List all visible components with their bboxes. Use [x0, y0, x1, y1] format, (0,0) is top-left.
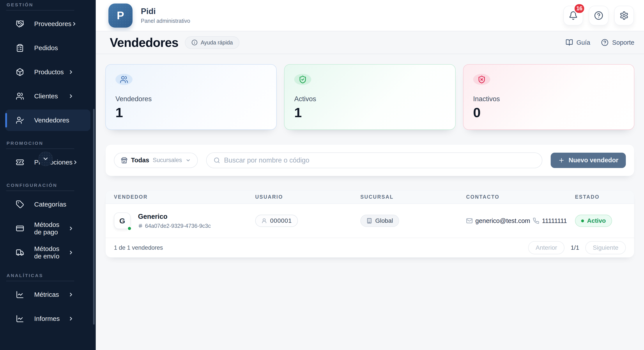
sidebar-item-label: Vendedores [34, 116, 69, 124]
chevron-right-icon [68, 69, 74, 75]
vendor-id-value: 64a07de2-9329-4736-9c3c [145, 223, 211, 229]
sidebar-collapse-button[interactable] [38, 152, 53, 166]
column-header-contacto: CONTACTO [458, 194, 567, 200]
sidebar-divider [6, 148, 74, 149]
sidebar-scrollbar[interactable] [93, 109, 95, 324]
chevron-right-icon [68, 250, 74, 256]
pagination: Anterior 1/1 Siguiente [528, 241, 626, 254]
sidebar-item-label: Pedidos [34, 44, 58, 52]
chevron-right-icon [72, 160, 78, 165]
column-header-vendedor: VENDEDOR [106, 194, 247, 200]
new-seller-button[interactable]: Nuevo vendedor [551, 153, 626, 168]
filter-bar: Todas Sucursales Nuevo vendedor [105, 144, 634, 176]
stat-card-activos: Activos 1 [284, 64, 456, 130]
sidebar-item-label: Proveedores [34, 20, 72, 28]
topbar: P Pidi Panel administrativo 16 [96, 0, 644, 31]
results-summary: 1 de 1 vendedores [114, 244, 163, 251]
sidebar-item-categorias[interactable]: Categorías [5, 194, 90, 215]
mail-icon [466, 218, 473, 224]
sidebar-section-promociones: PROMOCION [6, 140, 96, 146]
sidebar-item-informes[interactable]: Informes [5, 308, 90, 330]
sidebar-item-label: Productos [34, 68, 64, 76]
handshake-icon [16, 20, 24, 28]
new-seller-label: Nuevo vendedor [569, 156, 618, 164]
app-name: Pidi [141, 7, 190, 16]
sidebar-item-metodos-pago[interactable]: Métodos de pago [5, 218, 90, 239]
sidebar-divider [6, 190, 74, 191]
sidebar-item-label: Clientes [34, 92, 58, 100]
guide-link[interactable]: Guía [566, 39, 590, 46]
branch-pill: Global [360, 215, 399, 227]
ticket-icon [16, 158, 24, 166]
quick-help-chip[interactable]: Ayuda rápida [185, 36, 240, 49]
sidebar-item-metodos-envio[interactable]: Métodos de envío [5, 242, 90, 263]
app-logo: P [108, 4, 132, 28]
column-header-estado: ESTADO [567, 194, 634, 200]
online-status-dot [127, 226, 132, 231]
phone-icon [533, 218, 539, 224]
sidebar-section-analiticas: ANALÍTICAS [6, 273, 96, 278]
chevron-right-icon [68, 226, 74, 231]
table-row[interactable]: G Generico 64a07de2-9329-4736-9c3c 00000… [106, 204, 634, 238]
vendor-info: Generico 64a07de2-9329-4736-9c3c [138, 213, 211, 229]
vendor-cell: G Generico 64a07de2-9329-4736-9c3c [106, 212, 247, 229]
shield-check-icon [294, 74, 311, 85]
notification-badge: 16 [574, 3, 585, 14]
clipboard-icon [16, 44, 24, 52]
table-footer: 1 de 1 vendedores Anterior 1/1 Siguiente [106, 238, 634, 257]
truck-icon [16, 248, 24, 257]
sellers-table: VENDEDOR USUARIO SUCURSAL CONTACTO ESTAD… [105, 190, 634, 258]
sidebar-item-clientes[interactable]: Clientes [5, 86, 90, 107]
help-circle-icon [594, 11, 603, 20]
topbar-actions: 16 [564, 6, 634, 26]
branch-cell: Global [352, 215, 458, 227]
notifications-button[interactable]: 16 [564, 6, 583, 26]
contact-email: generico@test.com [475, 217, 530, 224]
stat-card-inactivos: Inactivos 0 [463, 64, 634, 130]
main-content: Vendedores Ayuda rápida Guía Soporte Ven… [96, 31, 644, 350]
next-page-button[interactable]: Siguiente [585, 241, 626, 254]
app-subtitle: Panel administrativo [141, 18, 190, 24]
status-dot-icon [581, 220, 584, 222]
brand-text: Pidi Panel administrativo [141, 7, 190, 24]
help-button[interactable] [589, 6, 608, 26]
status-label: Activo [587, 217, 606, 224]
contact-phone: 11111111 [542, 217, 567, 224]
sidebar-item-proveedores[interactable]: Proveedores [5, 13, 90, 34]
support-link[interactable]: Soporte [601, 39, 634, 46]
stat-label: Inactivos [473, 95, 624, 103]
quick-help-label: Ayuda rápida [201, 40, 233, 46]
support-label: Soporte [612, 39, 634, 46]
search-input[interactable] [224, 156, 535, 164]
stat-value: 1 [294, 105, 445, 120]
sidebar-item-vendedores[interactable]: Vendedores [5, 110, 90, 131]
sidebar-divider [6, 10, 74, 10]
sidebar-item-label: Métodos de pago [34, 221, 68, 236]
sidebar-item-pedidos[interactable]: Pedidos [5, 37, 90, 59]
stat-label: Activos [294, 95, 445, 103]
branch-name: Global [375, 217, 393, 224]
tag-icon [16, 200, 24, 208]
hash-icon [138, 224, 143, 228]
chevron-right-icon [68, 292, 74, 298]
branch-filter-dropdown[interactable]: Todas Sucursales [114, 153, 198, 168]
chart-icon [16, 290, 24, 299]
previous-page-button[interactable]: Anterior [528, 241, 564, 254]
store-icon [121, 157, 128, 164]
chart-icon [16, 314, 24, 323]
credit-card-icon [16, 224, 24, 232]
sidebar-item-productos[interactable]: Productos [5, 61, 90, 83]
chevron-right-icon [72, 21, 77, 27]
sidebar-item-label: Métricas [34, 291, 59, 298]
users-icon [16, 92, 24, 100]
user-code: 000001 [270, 217, 292, 224]
status-cell: Activo [567, 215, 634, 227]
stat-label: Vendedores [116, 95, 266, 103]
header-links: Guía Soporte [566, 39, 634, 46]
settings-button[interactable] [614, 6, 634, 26]
package-icon [16, 68, 24, 76]
page-header: Vendedores Ayuda rápida Guía Soporte [96, 31, 644, 54]
branch-label: Sucursales [153, 157, 182, 164]
gear-icon [620, 11, 629, 20]
sidebar-item-metricas[interactable]: Métricas [5, 284, 90, 305]
